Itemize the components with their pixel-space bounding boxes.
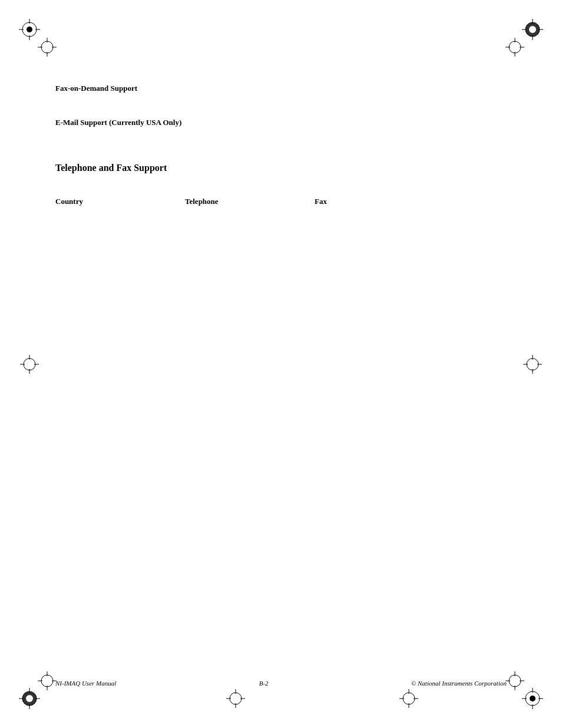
- svg-point-54: [230, 693, 242, 704]
- footer-copyright: © National Instruments Corporation: [411, 680, 507, 687]
- column-header-country: Country: [55, 197, 185, 206]
- email-support-heading: E-Mail Support (Currently USA Only): [55, 118, 181, 127]
- content-area: Fax-on-Demand Support E-Mail Support (Cu…: [55, 71, 507, 657]
- svg-point-1: [27, 27, 32, 32]
- footer-page-number: B-2: [259, 680, 269, 687]
- registration-mark-bc-right: [397, 687, 421, 710]
- table-header-row: Country Telephone Fax: [55, 197, 507, 206]
- svg-point-22: [24, 358, 35, 370]
- svg-point-38: [41, 675, 53, 687]
- svg-point-6: [41, 41, 53, 53]
- svg-point-49: [509, 675, 521, 687]
- svg-point-17: [509, 41, 521, 53]
- column-header-fax: Fax: [315, 197, 327, 206]
- svg-point-27: [527, 358, 538, 370]
- page: Fax-on-Demand Support E-Mail Support (Cu…: [0, 0, 562, 728]
- svg-point-12: [529, 26, 536, 33]
- registration-mark-tr-inner: [503, 35, 527, 59]
- fax-demand-section: Fax-on-Demand Support: [55, 83, 507, 93]
- registration-mark-ml: [18, 353, 41, 376]
- fax-demand-heading: Fax-on-Demand Support: [55, 84, 137, 93]
- column-header-telephone: Telephone: [185, 197, 315, 206]
- svg-point-33: [26, 695, 33, 702]
- registration-mark-mr: [521, 353, 544, 376]
- svg-point-59: [403, 693, 415, 704]
- email-support-section: E-Mail Support (Currently USA Only): [55, 117, 507, 127]
- telephone-fax-section: Telephone and Fax Support Country Teleph…: [55, 163, 507, 206]
- footer: NI-IMAQ User Manual B-2 © National Instr…: [55, 680, 507, 687]
- registration-mark-tl-inner: [35, 35, 59, 59]
- footer-manual-title: NI-IMAQ User Manual: [55, 680, 116, 687]
- svg-point-44: [530, 696, 535, 701]
- registration-mark-bc-left: [224, 687, 247, 710]
- telephone-fax-heading: Telephone and Fax Support: [55, 163, 507, 173]
- registration-mark-br-inner: [503, 669, 527, 693]
